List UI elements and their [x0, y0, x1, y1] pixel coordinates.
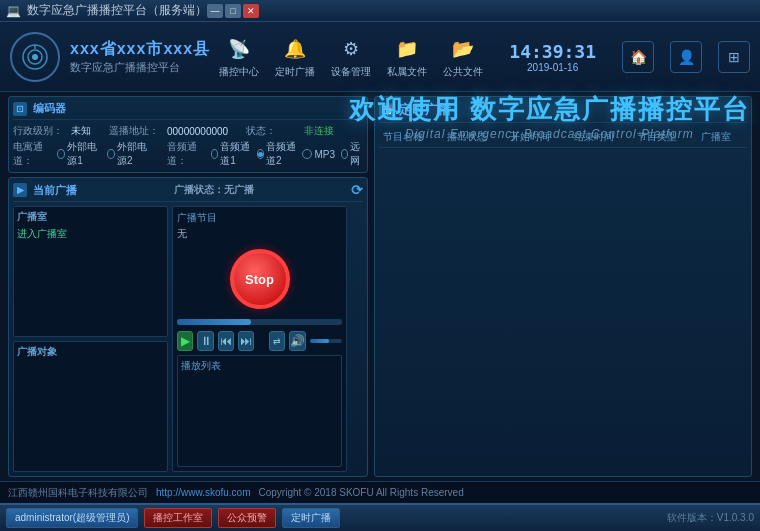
- electric-ch1-radio[interactable]: [57, 149, 65, 159]
- user-button[interactable]: 👤: [670, 41, 702, 73]
- taskbar-user[interactable]: administrator(超级管理员): [6, 508, 138, 528]
- broadcast-center-icon: 📡: [225, 35, 253, 63]
- audio-ch2-radio[interactable]: [257, 149, 264, 159]
- electric-channel-label: 电寓通道：: [13, 140, 51, 168]
- nav-item-broadcast-center[interactable]: 📡 播控中心: [219, 35, 259, 79]
- taskbar-alert1[interactable]: 播控工作室: [144, 508, 212, 528]
- audio-ch2[interactable]: 音频通道2: [257, 140, 297, 168]
- progress-bar-container: [177, 319, 342, 325]
- main-content: ⊡ 编码器 行政级别： 未知 遥播地址： 00000000000 状态： 非连接…: [0, 92, 760, 481]
- header-title: xxx省xxx市xxx县 数字应急广播播控平台: [70, 39, 219, 75]
- current-broadcast-icon: ▶: [13, 183, 27, 197]
- play-button[interactable]: ▶: [177, 331, 193, 351]
- next-button[interactable]: ⏭: [238, 331, 254, 351]
- prev-button[interactable]: ⏮: [218, 331, 234, 351]
- program-item: 无: [177, 227, 342, 241]
- audio-channel-label: 音频通道：: [167, 140, 205, 168]
- audio-remote-radio[interactable]: [341, 149, 348, 159]
- broadcast-addr-value: 00000000000: [167, 126, 228, 137]
- electric-ch1[interactable]: 外部电源1: [57, 140, 101, 168]
- volume-icon[interactable]: 🔊: [289, 331, 306, 351]
- minimize-button[interactable]: —: [207, 4, 223, 18]
- broadcast-controls: 广播节目 无 Stop ▶: [172, 206, 347, 472]
- audio-ch2-label: 音频通道2: [266, 140, 296, 168]
- encoder-title: 编码器: [33, 101, 66, 116]
- encoder-icon: ⊡: [13, 102, 27, 116]
- stop-button-label: Stop: [245, 272, 274, 287]
- nav-item-private-files[interactable]: 📁 私属文件: [387, 35, 427, 79]
- date-display: 2019-01-16: [527, 62, 578, 73]
- audio-mp3-radio[interactable]: [302, 149, 312, 159]
- encoder-section: ⊡ 编码器 行政级别： 未知 遥播地址： 00000000000 状态： 非连接…: [8, 96, 368, 173]
- close-button[interactable]: ✕: [243, 4, 259, 18]
- broadcast-room-col: 广播室 进入广播室: [13, 206, 168, 337]
- taskbar: administrator(超级管理员) 播控工作室 公众预警 定时广播 软件版…: [0, 503, 760, 531]
- pause-button[interactable]: ⏸: [197, 331, 213, 351]
- repeat-icon[interactable]: ⇄: [269, 331, 285, 351]
- header-time: 14:39:31 2019-01-16: [509, 41, 596, 73]
- electric-channel-group: 电寓通道： 外部电源1 外部电源2 音频通道： 音频通道1: [13, 140, 363, 168]
- logo: [10, 32, 60, 82]
- maximize-button[interactable]: □: [225, 4, 241, 18]
- broadcast-status: 广播状态：无广播: [174, 183, 254, 197]
- nav-item-scheduled[interactable]: 🔔 定时广播: [275, 35, 315, 79]
- electric-radio-group: 外部电源1 外部电源2: [57, 140, 150, 168]
- current-broadcast-header: ▶ 当前广播 广播状态：无广播 ⟳: [13, 182, 363, 202]
- audio-radio-group: 音频通道1 音频通道2 MP3 远网: [211, 140, 363, 168]
- status-company: 江西赣州国科电子科技有限公司: [8, 486, 148, 500]
- settings-grid-button[interactable]: ⊞: [718, 41, 750, 73]
- electric-ch2-label: 外部电源2: [117, 140, 151, 168]
- status-value: 非连接: [304, 124, 334, 138]
- action-level-value: 未知: [71, 124, 91, 138]
- status-bar: 江西赣州国科电子科技有限公司 http://www.skofu.com Copy…: [0, 481, 760, 503]
- electric-ch1-label: 外部电源1: [67, 140, 101, 168]
- status-label: 状态：: [246, 124, 296, 138]
- program-label: 广播节目: [177, 211, 342, 225]
- broadcast-target-col: 广播对象: [13, 341, 168, 472]
- audio-remote[interactable]: 远网: [341, 140, 363, 168]
- title-bar-text: 数字应急广播播控平台（服务端）: [27, 2, 207, 19]
- playlist-header: 播放列表: [181, 359, 338, 373]
- volume-slider-track[interactable]: [310, 339, 342, 343]
- current-broadcast-section: ▶ 当前广播 广播状态：无广播 ⟳ 广播室 进入广播室 广播对象: [8, 177, 368, 477]
- app-icon: 💻: [6, 4, 21, 18]
- header-title-sub: 数字应急广播播控平台: [70, 60, 219, 75]
- status-copyright: Copyright © 2018 SKOFU All Rights Reserv…: [258, 487, 463, 498]
- welcome-sub-text: Digital Emergency Broadcast Control Plat…: [349, 127, 750, 141]
- refresh-icon[interactable]: ⟳: [351, 182, 363, 198]
- nav-label-scheduled: 定时广播: [275, 65, 315, 79]
- audio-ch1-label: 音频通道1: [220, 140, 250, 168]
- home-button[interactable]: 🏠: [622, 41, 654, 73]
- broadcast-room-header: 广播室: [17, 210, 164, 224]
- stop-button[interactable]: Stop: [230, 249, 290, 309]
- encoder-header: ⊡ 编码器: [13, 101, 363, 120]
- device-icon: ⚙: [337, 35, 365, 63]
- electric-ch2[interactable]: 外部电源2: [107, 140, 151, 168]
- audio-mp3[interactable]: MP3: [302, 149, 335, 160]
- electric-ch2-radio[interactable]: [107, 149, 115, 159]
- taskbar-alert2[interactable]: 公众预警: [218, 508, 276, 528]
- nav-item-device[interactable]: ⚙ 设备管理: [331, 35, 371, 79]
- nav-label-device: 设备管理: [331, 65, 371, 79]
- taskbar-scheduled[interactable]: 定时广播: [282, 508, 340, 528]
- welcome-main-text: 欢迎使用 数字应急广播播控平台: [349, 92, 750, 127]
- enter-broadcast-room[interactable]: 进入广播室: [17, 227, 164, 241]
- scheduled-icon: 🔔: [281, 35, 309, 63]
- title-bar: 💻 数字应急广播播控平台（服务端） — □ ✕: [0, 0, 760, 22]
- header: xxx省xxx市xxx县 数字应急广播播控平台 📡 播控中心 🔔 定时广播 ⚙ …: [0, 22, 760, 92]
- playlist-container: 播放列表: [177, 355, 342, 467]
- audio-ch1[interactable]: 音频通道1: [211, 140, 251, 168]
- time-display: 14:39:31: [509, 41, 596, 62]
- broadcast-addr-label: 遥播地址：: [109, 124, 159, 138]
- transport-controls: ▶ ⏸ ⏮ ⏭ ⇄ 🔊: [177, 331, 342, 351]
- welcome-section: 欢迎使用 数字应急广播播控平台 Digital Emergency Broadc…: [349, 92, 750, 141]
- nav-label-public-files: 公共文件: [443, 65, 483, 79]
- status-url[interactable]: http://www.skofu.com: [156, 487, 250, 498]
- nav-item-public-files[interactable]: 📂 公共文件: [443, 35, 483, 79]
- program-section: 广播节目 无: [177, 211, 342, 241]
- nav-label-private-files: 私属文件: [387, 65, 427, 79]
- audio-ch1-radio[interactable]: [211, 149, 218, 159]
- header-nav: 📡 播控中心 🔔 定时广播 ⚙ 设备管理 📁 私属文件 📂 公共文件 14:39…: [219, 35, 750, 79]
- taskbar-version: 软件版本：V1.0.3.0: [667, 511, 754, 525]
- audio-mp3-label: MP3: [314, 149, 335, 160]
